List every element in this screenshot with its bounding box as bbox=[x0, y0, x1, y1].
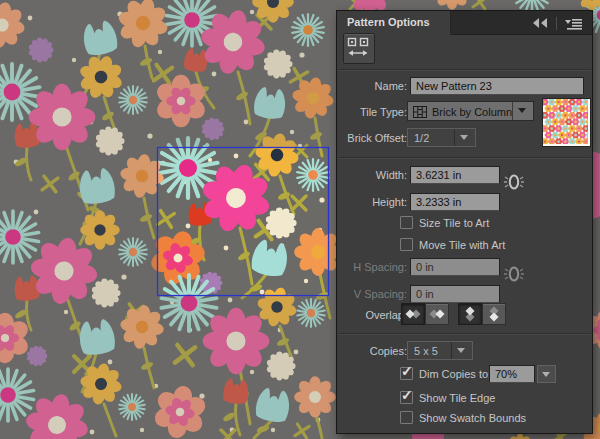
show-tile-edge-label: Show Tile Edge bbox=[419, 392, 495, 404]
copies-label: Copies: bbox=[337, 345, 407, 357]
show-tile-edge-checkbox[interactable]: ✓ bbox=[400, 391, 413, 404]
size-tile-to-art-checkbox[interactable]: ✓ bbox=[400, 216, 413, 229]
overlap-label: Overlap: bbox=[337, 309, 407, 321]
panel-tab-bar: Pattern Options bbox=[337, 11, 592, 35]
h-spacing-label: H Spacing: bbox=[337, 261, 407, 273]
link-dimensions-icon[interactable] bbox=[503, 168, 525, 196]
width-input[interactable]: 3.6231 in bbox=[410, 166, 500, 184]
brick-by-column-icon bbox=[413, 106, 427, 118]
tile-type-dropdown-arrow[interactable] bbox=[512, 102, 533, 120]
overlap-right-in-front-button[interactable] bbox=[425, 303, 449, 325]
size-tile-to-art-label: Size Tile to Art bbox=[419, 217, 489, 229]
section-divider bbox=[338, 333, 591, 335]
pattern-swatch-preview bbox=[542, 98, 591, 147]
width-label: Width: bbox=[337, 169, 407, 181]
overlap-left-in-front-button[interactable] bbox=[401, 303, 425, 325]
link-spacing-icon[interactable] bbox=[503, 260, 525, 288]
tab-pattern-options[interactable]: Pattern Options bbox=[337, 11, 451, 35]
copies-dropdown[interactable]: 5 x 5 bbox=[407, 341, 473, 360]
pattern-options-panel: Pattern Options bbox=[336, 10, 593, 434]
dim-copies-input[interactable]: 70% bbox=[489, 365, 535, 383]
copies-value: 5 x 5 bbox=[414, 345, 438, 357]
pattern-tile-tool-button[interactable] bbox=[343, 33, 375, 64]
header-divider bbox=[556, 17, 557, 30]
h-spacing-input[interactable]: 0 in bbox=[410, 258, 500, 276]
move-tile-with-art-checkbox[interactable]: ✓ bbox=[400, 238, 413, 251]
v-spacing-label: V Spacing: bbox=[337, 288, 407, 300]
show-swatch-bounds-checkbox[interactable]: ✓ bbox=[400, 411, 413, 424]
tile-type-dropdown[interactable]: Brick by Column bbox=[407, 101, 534, 121]
dim-copies-dropdown-arrow[interactable] bbox=[537, 365, 556, 383]
tile-type-value: Brick by Column bbox=[432, 106, 512, 118]
panel-title: Pattern Options bbox=[337, 11, 450, 28]
collapse-panel-icon[interactable] bbox=[531, 17, 549, 29]
move-tile-with-art-label: Move Tile with Art bbox=[419, 239, 505, 251]
v-spacing-input[interactable]: 0 in bbox=[410, 285, 500, 303]
dim-copies-label: Dim Copies to: bbox=[419, 368, 491, 380]
brick-offset-dropdown[interactable]: 1/2 bbox=[407, 128, 476, 147]
name-input[interactable]: New Pattern 23 bbox=[410, 77, 584, 95]
copies-dropdown-arrow[interactable] bbox=[451, 342, 472, 359]
name-label: Name: bbox=[337, 80, 407, 92]
height-input[interactable]: 3.2333 in bbox=[410, 193, 500, 211]
show-swatch-bounds-label: Show Swatch Bounds bbox=[419, 412, 526, 424]
brick-offset-value: 1/2 bbox=[414, 132, 429, 144]
section-divider bbox=[338, 157, 591, 159]
brick-offset-dropdown-arrow[interactable] bbox=[454, 129, 475, 146]
dim-copies-checkbox[interactable]: ✓ bbox=[400, 367, 413, 380]
brick-offset-label: Brick Offset: bbox=[337, 132, 407, 144]
overlap-bottom-in-front-button[interactable] bbox=[482, 303, 506, 325]
pattern-tile-tool-icon bbox=[344, 34, 372, 61]
panel-menu-icon[interactable] bbox=[564, 16, 583, 30]
height-label: Height: bbox=[337, 196, 407, 208]
tile-type-label: Tile Type: bbox=[337, 106, 407, 118]
overlap-top-in-front-button[interactable] bbox=[458, 303, 482, 325]
illustrator-canvas: Pattern Options bbox=[0, 0, 600, 439]
section-divider bbox=[338, 69, 591, 71]
